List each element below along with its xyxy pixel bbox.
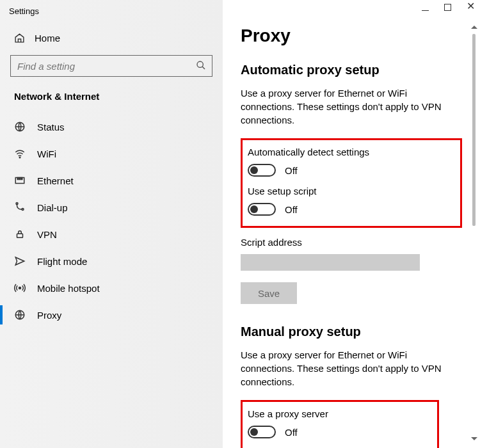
script-address-label: Script address (241, 237, 462, 248)
svg-rect-10 (17, 234, 23, 237)
auto-section-title: Automatic proxy setup (241, 63, 462, 77)
nav-label: VPN (37, 229, 57, 240)
script-address-input (241, 254, 420, 271)
sidebar-item-status[interactable]: Status (0, 113, 223, 140)
svg-point-11 (19, 287, 21, 289)
airplane-icon (14, 255, 26, 267)
home-label: Home (35, 33, 60, 44)
svg-rect-5 (17, 178, 19, 180)
wifi-icon (14, 148, 26, 159)
use-proxy-label: Use a proxy server (248, 408, 429, 419)
sidebar-item-hotspot[interactable]: Mobile hotspot (0, 275, 223, 301)
category-title: Network & Internet (0, 88, 223, 113)
nav-label: Proxy (37, 310, 61, 321)
scroll-thumb[interactable] (472, 34, 476, 226)
manual-section-title: Manual proxy setup (241, 324, 462, 339)
save-button: Save (241, 282, 297, 304)
svg-rect-7 (21, 178, 22, 180)
auto-section-desc: Use a proxy server for Ethernet or WiFi … (241, 86, 462, 127)
use-script-state: Off (285, 204, 298, 215)
use-script-toggle[interactable] (248, 203, 276, 216)
use-proxy-state: Off (285, 427, 298, 438)
scroll-down-icon[interactable] (471, 437, 477, 440)
search-icon (196, 60, 206, 70)
sidebar-item-vpn[interactable]: VPN (0, 221, 223, 248)
vpn-icon (14, 228, 26, 240)
dialup-icon (14, 202, 26, 213)
scrollbar[interactable] (469, 26, 479, 440)
status-icon (14, 121, 26, 132)
nav-label: Dial-up (37, 202, 68, 213)
sidebar-item-proxy[interactable]: Proxy (0, 301, 223, 328)
proxy-icon (14, 309, 26, 321)
app-title: Settings (0, 0, 223, 28)
svg-rect-6 (19, 178, 20, 180)
nav-label: WiFi (37, 148, 56, 159)
use-proxy-toggle[interactable] (248, 426, 276, 438)
manual-section-desc: Use a proxy server for Ethernet or WiFi … (241, 348, 462, 388)
search-input[interactable] (10, 55, 212, 77)
sidebar-item-flight[interactable]: Flight mode (0, 248, 223, 275)
use-script-label: Use setup script (248, 186, 452, 196)
scroll-up-icon[interactable] (471, 26, 477, 29)
nav-label: Ethernet (37, 175, 74, 186)
page-title: Proxy (241, 26, 462, 46)
hotspot-icon (14, 282, 26, 294)
auto-detect-label: Automatically detect settings (248, 147, 452, 157)
sidebar-item-dialup[interactable]: Dial-up (0, 194, 223, 221)
nav-label: Flight mode (37, 256, 87, 267)
auto-detect-toggle[interactable] (248, 164, 276, 177)
nav-label: Status (37, 122, 65, 132)
svg-line-1 (202, 67, 205, 69)
sidebar-item-wifi[interactable]: WiFi (0, 140, 223, 167)
svg-point-3 (19, 157, 20, 158)
home-icon (14, 33, 26, 44)
auto-detect-state: Off (285, 165, 298, 176)
svg-point-0 (197, 61, 203, 67)
home-nav[interactable]: Home (0, 28, 223, 49)
sidebar-item-ethernet[interactable]: Ethernet (0, 167, 223, 194)
ethernet-icon (14, 175, 26, 186)
nav-label: Mobile hotspot (37, 283, 100, 294)
